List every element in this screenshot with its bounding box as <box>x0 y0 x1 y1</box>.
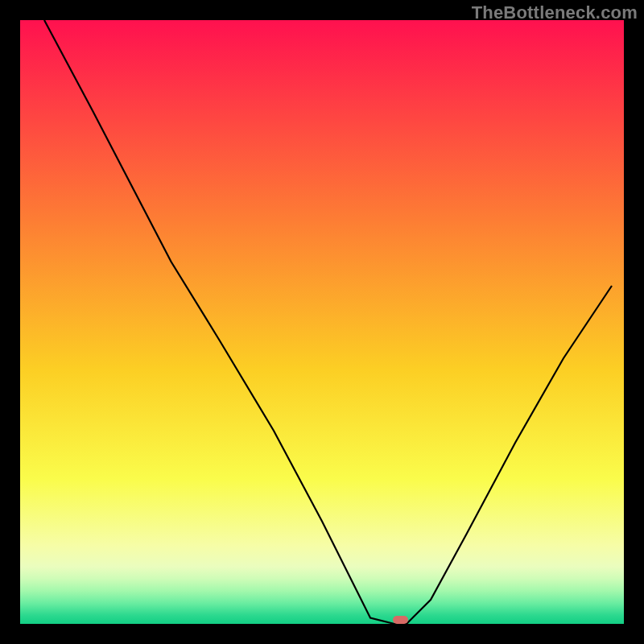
bottleneck-curve <box>20 20 624 624</box>
watermark-text: TheBottleneck.com <box>472 2 638 23</box>
optimal-marker <box>393 616 408 624</box>
chart-frame: TheBottleneck.com <box>0 0 644 644</box>
plot-area <box>20 20 624 624</box>
